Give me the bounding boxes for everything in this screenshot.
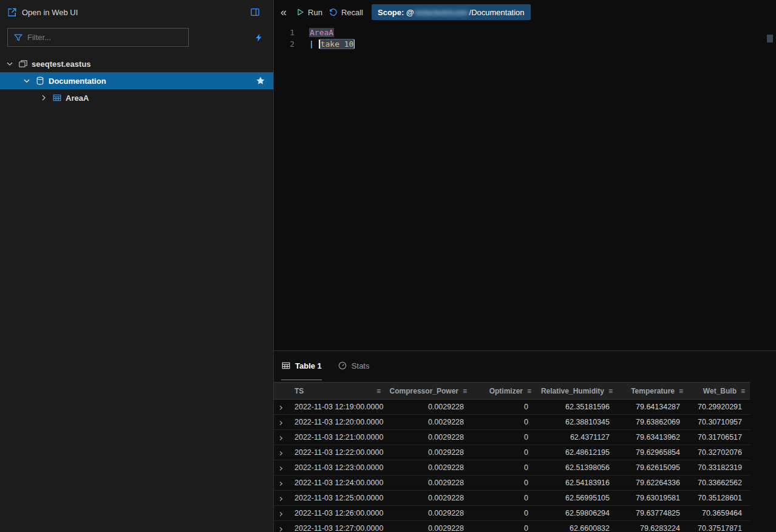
column-menu-icon[interactable]: ≡: [679, 387, 683, 395]
column-menu-icon[interactable]: ≡: [527, 387, 531, 395]
cell-value: 0: [472, 476, 536, 491]
row-expand-cell[interactable]: [274, 445, 288, 460]
table-icon: [281, 361, 291, 370]
collapse-left-chevrons[interactable]: «: [281, 7, 287, 18]
chevron-down-icon[interactable]: [22, 76, 32, 86]
row-expand-cell[interactable]: [274, 506, 288, 521]
table-row[interactable]: 2022-11-03 12:23:00.00000.0029228062.513…: [274, 460, 750, 476]
highlighted-expression: take 10: [321, 39, 354, 49]
pipe-token: |: [309, 39, 319, 49]
chevron-right-icon[interactable]: [278, 406, 282, 410]
row-expand-cell[interactable]: [274, 476, 288, 491]
expand-column-header: [274, 383, 288, 400]
cell-value: 79.63774825: [618, 506, 688, 521]
row-expand-cell[interactable]: [274, 491, 288, 506]
cell-ts: 2022-11-03 12:25:00.0000: [288, 491, 386, 506]
cell-value: 0: [472, 491, 536, 506]
column-label: Wet_Bulb: [703, 387, 737, 395]
chevron-right-icon[interactable]: [39, 93, 49, 103]
cell-value: 62.6600832: [536, 521, 618, 532]
cell-value: 0.0029228: [386, 415, 472, 430]
table-row[interactable]: 2022-11-03 12:24:00.00000.0029228062.541…: [274, 476, 750, 491]
cell-value: 62.56995105: [536, 491, 618, 506]
number-token: 10: [344, 39, 354, 49]
cell-value: 70.29920291: [688, 400, 750, 415]
table-label: AreaA: [66, 94, 89, 103]
scope-prefix: Scope: @: [378, 8, 414, 17]
cell-value: 70.35128601: [688, 491, 750, 506]
recall-button[interactable]: Recall: [328, 7, 363, 17]
table-row[interactable]: 2022-11-03 12:25:00.00000.0029228062.569…: [274, 491, 750, 506]
cell-value: 62.38810345: [536, 415, 618, 430]
chevron-down-icon[interactable]: [5, 59, 15, 69]
favorite-star-icon[interactable]: [256, 76, 265, 86]
column-menu-icon[interactable]: ≡: [376, 387, 381, 395]
row-expand-cell[interactable]: [274, 521, 288, 532]
chevron-right-icon[interactable]: [278, 482, 282, 486]
tree-item-database[interactable]: Documentation: [0, 72, 273, 89]
line-number: 2: [274, 38, 294, 50]
tab-stats[interactable]: Stats: [338, 351, 370, 380]
row-expand-cell[interactable]: [274, 460, 288, 476]
column-header-ts[interactable]: TS≡: [288, 383, 386, 400]
table-row[interactable]: 2022-11-03 12:20:00.00000.0029228062.388…: [274, 415, 750, 430]
header-row: TS≡Compressor_Power≡Optimizer≡Relative_H…: [274, 383, 750, 400]
cell-ts: 2022-11-03 12:20:00.0000: [288, 415, 386, 430]
table-row[interactable]: 2022-11-03 12:27:00.00000.0029228062.660…: [274, 521, 750, 532]
cell-ts: 2022-11-03 12:21:00.0000: [288, 430, 386, 445]
filter-input-box[interactable]: [7, 28, 189, 47]
column-header-wet_bulb[interactable]: Wet_Bulb≡: [688, 383, 750, 400]
chevron-right-icon[interactable]: [278, 421, 282, 425]
text-cursor-end: [354, 39, 355, 49]
filter-input[interactable]: [27, 33, 183, 42]
chevron-right-icon[interactable]: [278, 497, 282, 501]
connections-tree: seeqtest.eastus Documentation: [0, 55, 273, 106]
cell-value: 0.0029228: [386, 445, 472, 460]
column-header-relative_humidity[interactable]: Relative_Humidity≡: [536, 383, 618, 400]
run-button[interactable]: Run: [295, 7, 322, 17]
stats-gauge-icon: [338, 361, 347, 370]
column-header-optimizer[interactable]: Optimizer≡: [472, 383, 536, 400]
column-label: Optimizer: [489, 387, 523, 395]
column-label: Compressor_Power: [390, 387, 458, 395]
chevron-right-icon[interactable]: [278, 451, 282, 455]
cell-value: 62.51398056: [536, 460, 618, 476]
cell-value: 0.0029228: [386, 521, 472, 532]
cell-value: 0.0029228: [386, 460, 472, 476]
panel-layout-icon[interactable]: [250, 7, 260, 17]
query-editor[interactable]: 1 AreaA 2 | take 10: [274, 24, 776, 350]
cell-value: 79.62615095: [618, 460, 688, 476]
cell-value: 0.0029228: [386, 400, 472, 415]
row-expand-cell[interactable]: [274, 400, 288, 415]
chevron-right-icon[interactable]: [278, 512, 282, 516]
open-in-web-ui-button[interactable]: Open in Web UI: [7, 7, 78, 17]
cell-value: 70.30710957: [688, 415, 750, 430]
table-row[interactable]: 2022-11-03 12:26:00.00000.0029228062.598…: [274, 506, 750, 521]
connections-sidebar: Open in Web UI: [0, 0, 274, 532]
cell-value: 79.64134287: [618, 400, 688, 415]
cell-ts: 2022-11-03 12:19:00.0000: [288, 400, 386, 415]
scope-badge[interactable]: Scope: @ redactedcluster /Documentation: [372, 4, 531, 20]
tree-item-cluster[interactable]: seeqtest.eastus: [0, 55, 273, 72]
table-row[interactable]: 2022-11-03 12:21:00.00000.0029228062.437…: [274, 430, 750, 445]
chevron-right-icon[interactable]: [278, 527, 282, 531]
chevron-right-icon[interactable]: [278, 436, 282, 440]
tab-table-1[interactable]: Table 1: [281, 351, 322, 380]
chevron-right-icon[interactable]: [278, 466, 282, 471]
column-header-compressor_power[interactable]: Compressor_Power≡: [386, 383, 472, 400]
column-header-temperature[interactable]: Temperature≡: [618, 383, 688, 400]
database-label: Documentation: [49, 77, 106, 86]
table-row[interactable]: 2022-11-03 12:22:00.00000.0029228062.486…: [274, 445, 750, 460]
row-expand-cell[interactable]: [274, 415, 288, 430]
cell-value: 79.63862069: [618, 415, 688, 430]
row-expand-cell[interactable]: [274, 430, 288, 445]
column-menu-icon[interactable]: ≡: [741, 387, 745, 395]
table-row[interactable]: 2022-11-03 12:19:00.00000.0029228062.351…: [274, 400, 750, 415]
cluster-label: seeqtest.eastus: [32, 60, 91, 69]
column-menu-icon[interactable]: ≡: [463, 387, 467, 395]
tree-item-table[interactable]: AreaA: [0, 89, 273, 106]
filter-funnel-icon: [13, 33, 23, 43]
column-menu-icon[interactable]: ≡: [608, 387, 613, 395]
quick-filter-bolt-icon[interactable]: [254, 33, 264, 43]
query-toolbar: « Run Recall Scope: @ redactedcluster /D…: [274, 0, 776, 24]
